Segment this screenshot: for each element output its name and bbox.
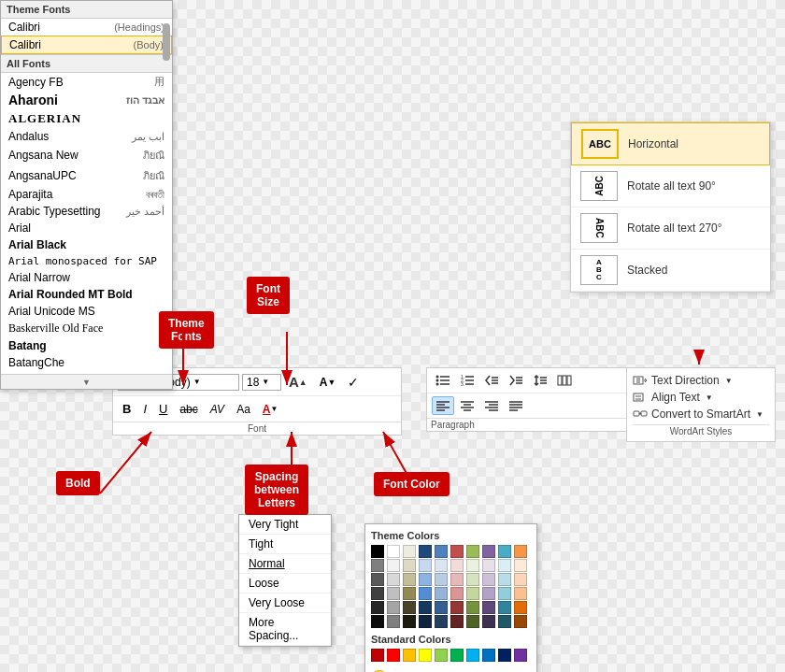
color-swatch[interactable] — [450, 573, 464, 586]
bullets-button[interactable] — [432, 371, 454, 390]
color-swatch[interactable] — [371, 649, 384, 662]
list-item[interactable]: Aharoni אבגד הוז — [1, 91, 172, 109]
increase-font-button[interactable]: A▲ — [284, 371, 312, 393]
color-swatch[interactable] — [498, 615, 511, 628]
color-swatch[interactable] — [482, 601, 495, 614]
color-swatch[interactable] — [403, 649, 416, 662]
align-left-button[interactable] — [432, 396, 454, 415]
color-swatch[interactable] — [482, 587, 495, 600]
spacing-very-tight[interactable]: Very Tight — [239, 515, 331, 535]
color-swatch[interactable] — [514, 615, 527, 628]
color-swatch[interactable] — [450, 601, 464, 614]
color-swatch[interactable] — [403, 559, 416, 572]
color-swatch[interactable] — [498, 587, 511, 600]
italic-button[interactable]: I — [138, 399, 151, 419]
spacing-tight[interactable]: Tight — [239, 535, 331, 554]
color-swatch[interactable] — [435, 601, 448, 614]
list-item[interactable]: Baskerville Old Face — [1, 320, 172, 337]
color-swatch[interactable] — [514, 587, 527, 600]
direction-rotate270[interactable]: ABC Rotate all text 270° — [571, 207, 770, 250]
color-swatch[interactable] — [466, 615, 479, 628]
color-swatch[interactable] — [371, 615, 384, 628]
justify-button[interactable] — [505, 396, 527, 415]
color-swatch[interactable] — [387, 573, 400, 586]
list-item[interactable]: Bauhaus 93 — [1, 371, 172, 374]
scroll-down-indicator[interactable]: ▼ — [1, 374, 172, 389]
color-swatch[interactable] — [482, 545, 495, 558]
spacing-loose[interactable]: Loose — [239, 574, 331, 593]
color-swatch[interactable] — [466, 649, 479, 662]
indent-increase-button[interactable] — [505, 371, 527, 390]
color-swatch[interactable] — [514, 649, 527, 662]
color-swatch[interactable] — [466, 545, 479, 558]
color-swatch[interactable] — [498, 573, 511, 586]
color-swatch[interactable] — [403, 601, 416, 614]
list-item[interactable]: Agency FB 用 — [1, 73, 172, 91]
color-swatch[interactable] — [403, 615, 416, 628]
color-swatch[interactable] — [450, 587, 464, 600]
align-right-button[interactable] — [480, 396, 503, 415]
color-swatch[interactable] — [514, 559, 527, 572]
scrollbar[interactable] — [163, 23, 170, 61]
color-swatch[interactable] — [371, 545, 384, 558]
color-swatch[interactable] — [435, 587, 448, 600]
font-item-calibri-body[interactable]: Calibri (Body) — [1, 36, 172, 54]
direction-rotate90[interactable]: ABC Rotate all text 90° — [571, 165, 770, 207]
change-case-button[interactable]: Aa — [232, 400, 255, 419]
indent-decrease-button[interactable] — [480, 371, 503, 390]
font-color-button[interactable]: A ▼ — [258, 400, 283, 419]
color-swatch[interactable] — [450, 559, 464, 572]
color-swatch[interactable] — [403, 587, 416, 600]
align-center-button[interactable] — [456, 396, 478, 415]
color-swatch[interactable] — [450, 649, 464, 662]
align-text-button[interactable]: Align Text ▼ — [633, 389, 769, 406]
bold-button[interactable]: B — [118, 399, 136, 419]
color-swatch[interactable] — [514, 545, 527, 558]
color-swatch[interactable] — [387, 545, 400, 558]
color-swatch[interactable] — [482, 615, 495, 628]
list-item[interactable]: Batang — [1, 337, 172, 354]
color-swatch[interactable] — [466, 573, 479, 586]
color-swatch[interactable] — [466, 559, 479, 572]
color-swatch[interactable] — [435, 545, 448, 558]
color-swatch[interactable] — [450, 545, 464, 558]
color-swatch[interactable] — [482, 573, 495, 586]
color-swatch[interactable] — [419, 573, 432, 586]
color-swatch[interactable] — [514, 601, 527, 614]
color-swatch[interactable] — [435, 559, 448, 572]
color-swatch[interactable] — [387, 587, 400, 600]
list-item[interactable]: BatangChe — [1, 354, 172, 371]
spacing-more[interactable]: More Spacing... — [239, 613, 331, 646]
direction-stacked[interactable]: ABC Stacked — [571, 250, 770, 292]
columns-button[interactable] — [553, 371, 576, 390]
color-swatch[interactable] — [419, 615, 432, 628]
spacing-normal[interactable]: Normal — [239, 554, 331, 574]
color-swatch[interactable] — [482, 559, 495, 572]
font-size-dropdown[interactable]: 18 ▼ — [242, 374, 281, 391]
line-spacing-button[interactable] — [529, 371, 551, 390]
color-swatch[interactable] — [419, 545, 432, 558]
list-item[interactable]: AngsanaUPC ภิยณิ — [1, 165, 172, 186]
color-swatch[interactable] — [466, 587, 479, 600]
color-swatch[interactable] — [498, 649, 511, 662]
list-item[interactable]: Aparajita বৰবতী — [1, 186, 172, 203]
underline-button[interactable]: U — [154, 399, 172, 419]
font-item-calibri-heading[interactable]: Calibri (Headings) — [1, 19, 172, 36]
color-swatch[interactable] — [371, 559, 384, 572]
color-swatch[interactable] — [498, 559, 511, 572]
color-swatch[interactable] — [387, 559, 400, 572]
color-swatch[interactable] — [387, 615, 400, 628]
list-item[interactable]: ALGERIAN — [1, 109, 172, 128]
list-item[interactable]: Arial Black — [1, 236, 172, 253]
strikethrough-button[interactable]: abc — [175, 400, 202, 419]
more-colors-button[interactable]: 😀 More Colors... — [371, 667, 531, 672]
list-item[interactable]: Arial monospaced for SAP — [1, 253, 172, 269]
color-swatch[interactable] — [403, 545, 416, 558]
convert-smartart-button[interactable]: Convert to SmartArt ▼ — [633, 406, 769, 422]
color-swatch[interactable] — [466, 601, 479, 614]
color-swatch[interactable] — [387, 601, 400, 614]
color-swatch[interactable] — [403, 573, 416, 586]
color-swatch[interactable] — [371, 573, 384, 586]
list-item[interactable]: Angsana New ภิยณิ — [1, 145, 172, 165]
color-swatch[interactable] — [387, 649, 400, 662]
